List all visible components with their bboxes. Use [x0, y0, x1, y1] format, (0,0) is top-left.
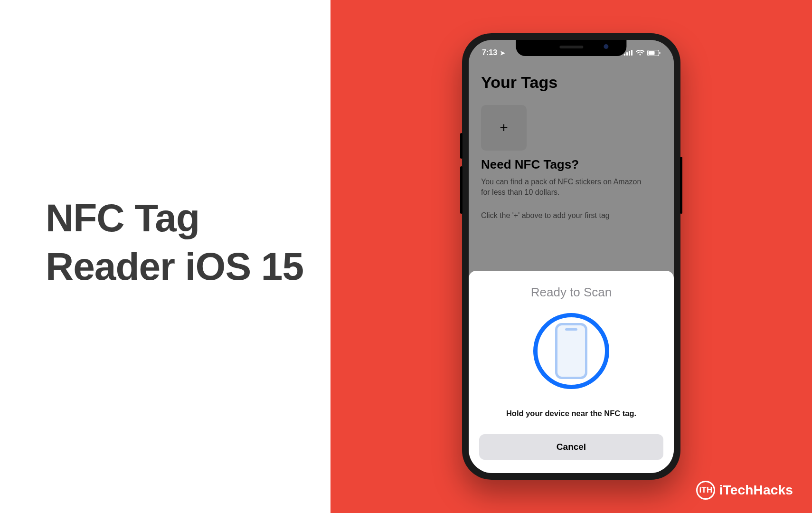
status-left: 7:13 ➤	[482, 48, 505, 57]
scan-icon	[479, 313, 663, 389]
watermark: iTH iTechHacks	[696, 481, 793, 500]
watermark-badge: iTH	[696, 481, 715, 500]
wifi-icon	[636, 50, 644, 56]
status-right	[624, 50, 661, 56]
scan-phone-icon	[555, 323, 587, 379]
svg-point-4	[639, 54, 641, 55]
status-time: 7:13	[482, 48, 497, 57]
phone-screen: 7:13 ➤ Your Tags	[469, 40, 674, 473]
scan-sheet-title: Ready to Scan	[479, 285, 663, 300]
left-panel: NFC Tag Reader iOS 15	[0, 0, 330, 513]
front-camera	[604, 44, 609, 49]
headline: NFC Tag Reader iOS 15	[46, 194, 303, 291]
phone-side-button	[460, 166, 463, 214]
svg-rect-1	[626, 52, 628, 56]
battery-icon	[647, 50, 661, 56]
right-panel: 7:13 ➤ Your Tags	[330, 0, 812, 513]
phone-side-button	[680, 157, 682, 214]
phone-mockup: 7:13 ➤ Your Tags	[462, 33, 680, 480]
scan-sheet-message: Hold your device near the NFC tag.	[479, 409, 663, 418]
cancel-button[interactable]: Cancel	[479, 434, 663, 460]
watermark-text: iTechHacks	[719, 483, 793, 498]
svg-rect-7	[660, 52, 661, 54]
scan-sheet: Ready to Scan Hold your device near the …	[469, 271, 674, 473]
svg-rect-0	[624, 54, 625, 56]
svg-rect-2	[629, 51, 630, 56]
scan-ring-icon	[533, 313, 609, 389]
headline-highlight: iOS 15	[185, 242, 303, 291]
headline-line2a: Reader	[46, 245, 185, 288]
phone-side-button	[460, 133, 463, 159]
phone-notch	[516, 40, 626, 56]
speaker-slot	[559, 46, 583, 48]
headline-line1: NFC Tag	[46, 196, 199, 239]
svg-rect-3	[631, 50, 633, 56]
location-icon: ➤	[500, 49, 505, 57]
svg-rect-6	[649, 51, 655, 55]
